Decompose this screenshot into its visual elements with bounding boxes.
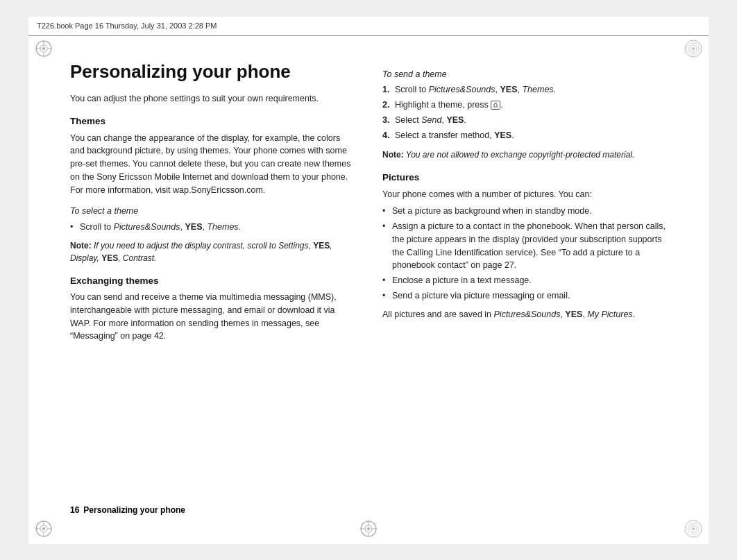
svg-point-10: [692, 47, 695, 50]
themes-body: You can change the appearance of the dis…: [70, 132, 355, 197]
pictures-footer-italic: Pictures&Sounds: [494, 309, 561, 319]
picture-bullet-4: Send a picture via picture messaging or …: [382, 289, 667, 303]
step1-pre: Scroll to: [395, 85, 429, 94]
step1-yes: YES: [500, 85, 517, 94]
note-contrast: Note: If you need to adjust the display …: [70, 239, 355, 264]
step1-italic: Pictures&Sounds: [429, 85, 495, 94]
step1-themes: Themes.: [522, 85, 556, 94]
pictures-footer-pre: All pictures and are saved in: [382, 309, 494, 319]
step3-send: Send: [421, 115, 441, 125]
step4-pre: Select a transfer method,: [395, 130, 494, 140]
note-body: If you need to adjust the display contra…: [70, 241, 332, 263]
themes-heading: Themes: [70, 114, 355, 128]
left-column: Personalizing your phone You can adjust …: [70, 58, 355, 502]
corner-mark-top-left: [34, 39, 53, 58]
step3-post: .: [464, 115, 466, 125]
step3-yes: YES: [446, 115, 464, 125]
select-theme-list: Scroll to Pictures&Sounds, YES, Themes.: [70, 221, 355, 234]
page-number: 16: [70, 505, 79, 515]
main-title: Personalizing your phone: [70, 58, 355, 85]
svg-point-20: [367, 527, 370, 530]
corner-mark-top-right: [684, 39, 703, 58]
corner-mark-bottom-left: [34, 519, 53, 538]
note-copyright-label: Note:: [382, 150, 404, 160]
intro-text: You can adjust the phone settings to sui…: [70, 92, 355, 105]
note-copyright-body: You are not allowed to exchange copyrigh…: [404, 150, 635, 160]
header-text: T226.book Page 16 Thursday, July 31, 200…: [37, 22, 217, 30]
pictures-heading: Pictures: [382, 171, 667, 185]
step2-post: .: [500, 100, 502, 110]
header-bar: T226.book Page 16 Thursday, July 31, 200…: [28, 17, 709, 36]
send-step-3: Select Send, YES.: [382, 114, 667, 127]
send-step-1: Scroll to Pictures&Sounds, YES, Themes.: [382, 83, 667, 96]
step2-pre: Highlight a theme, press: [395, 100, 491, 110]
select-theme-item: Scroll to Pictures&Sounds, YES, Themes.: [70, 221, 355, 234]
pictures-intro: Your phone comes with a number of pictur…: [382, 188, 667, 201]
select-theme-pre: Scroll to: [80, 222, 114, 232]
corner-mark-bottom-right: [684, 519, 703, 538]
step4-post: .: [511, 130, 514, 140]
footer-section-title: Personalizing your phone: [83, 505, 185, 515]
send-theme-steps: Scroll to Pictures&Sounds, YES, Themes. …: [382, 83, 667, 142]
pictures-footer-end: .: [633, 309, 635, 319]
select-theme-italic: Pictures&Sounds: [114, 222, 180, 232]
step3-pre: Select: [395, 115, 421, 125]
corner-mark-bottom-center: [359, 519, 378, 538]
note-copyright: Note: You are not allowed to exchange co…: [382, 149, 667, 161]
pictures-footer-yes: YES: [565, 309, 582, 319]
page-content: Personalizing your phone You can adjust …: [70, 58, 667, 502]
send-step-2: Highlight a theme, press ⎙.: [382, 99, 667, 112]
pictures-footer: All pictures and are saved in Pictures&S…: [382, 308, 667, 321]
key-icon: ⎙: [491, 101, 500, 110]
picture-bullet-2: Assign a picture to a contact in the pho…: [382, 220, 667, 272]
svg-point-28: [692, 527, 695, 530]
svg-point-13: [42, 527, 45, 530]
send-theme-heading: To send a theme: [382, 68, 667, 81]
select-theme-themes: Themes.: [207, 222, 241, 232]
svg-point-2: [42, 47, 45, 50]
select-theme-yes: YES: [185, 222, 202, 232]
pictures-bullets: Set a picture as background when in stan…: [382, 205, 667, 302]
right-column: To send a theme Scroll to Pictures&Sound…: [382, 58, 667, 502]
note-label: Note:: [70, 241, 92, 251]
step4-yes: YES: [494, 130, 511, 140]
pictures-footer-my: My Pictures: [587, 309, 632, 319]
send-step-4: Select a transfer method, YES.: [382, 129, 667, 142]
select-theme-heading: To select a theme: [70, 205, 355, 218]
page-footer: 16 Personalizing your phone: [70, 505, 185, 515]
picture-bullet-3: Enclose a picture in a text message.: [382, 274, 667, 287]
exchanging-heading: Exchanging themes: [70, 274, 355, 288]
exchanging-body: You can send and receive a theme via mul…: [70, 291, 355, 343]
picture-bullet-1: Set a picture as background when in stan…: [382, 205, 667, 218]
